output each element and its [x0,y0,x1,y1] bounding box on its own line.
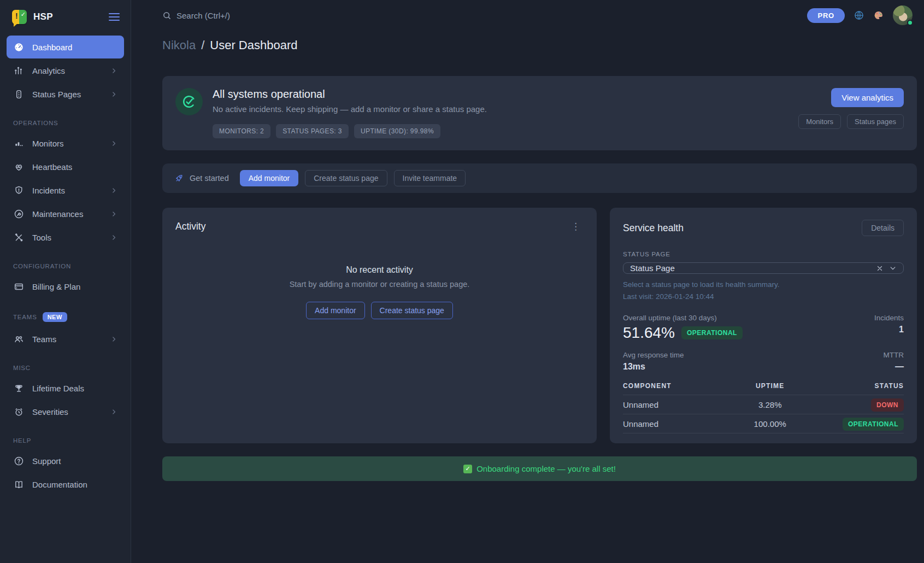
service-health-title: Service health [623,222,684,234]
get-started-bar: Get started Add monitor Create status pa… [162,163,917,193]
hero-actions: View analytics Monitors Status pages [798,88,904,138]
hero-stats: MONITORS: 2 STATUS PAGES: 3 UPTIME (30D)… [213,124,487,138]
last-visit-text: Last visit: 2026-01-24 10:44 [623,292,904,301]
sidebar-header: ! ✓ HSP [0,0,131,32]
users-icon [13,333,24,344]
chevron-right-icon [110,210,117,218]
bar-chart-icon [13,65,24,76]
pro-badge[interactable]: PRO [807,8,845,23]
sidebar-item-maintenances[interactable]: Maintenances [7,202,124,225]
empty-add-monitor-button[interactable]: Add monitor [306,302,364,319]
sidebar-item-analytics[interactable]: Analytics [7,59,124,82]
hero-text-block: All systems operational No active incide… [213,88,487,138]
hero-subtitle: No active incidents. Keep shipping — add… [213,104,487,114]
brand-name: HSP [33,11,53,22]
sidebar-item-label: Status Pages [32,90,81,99]
sidebar-item-heartbeats[interactable]: Heartbeats [7,155,124,178]
sidebar-item-label: Monitors [32,139,64,148]
chevron-right-icon [110,91,117,98]
sidebar-section-configuration: CONFIGURATION [0,263,131,269]
empty-state-subtitle: Start by adding a monitor or creating a … [175,280,584,289]
alarm-clock-icon [13,406,24,417]
onboarding-message: Onboarding complete — you're all set! [476,464,616,473]
sidebar-item-label: Analytics [32,66,65,75]
search-placeholder: Search (Ctrl+/) [176,11,230,20]
component-uptime: 100.00% [726,419,815,429]
sidebar-item-teams[interactable]: Teams [7,327,124,350]
component-status-badge: DOWN [871,398,904,412]
brand-logo-icon: ! ✓ [12,10,27,24]
chevron-right-icon [110,140,117,147]
empty-state-title: No recent activity [175,265,584,275]
chevron-right-icon [110,336,117,343]
table-row[interactable]: Unnamed 3.28% DOWN [623,395,904,414]
clear-selection-icon[interactable] [876,265,884,272]
sidebar-section-help: HELP [0,437,131,444]
details-button[interactable]: Details [862,220,904,236]
get-started-label: Get started [174,173,229,183]
sidebar-item-label: Billing & Plan [32,282,80,291]
main-content: Search (Ctrl+/) PRO Nikola / User Dashbo… [131,0,924,563]
sidebar-item-label: Tools [32,233,51,242]
breadcrumb-parent-link[interactable]: Nikola [162,38,196,52]
sidebar-section-teams: TEAMS NEW [0,312,131,322]
sidebar-item-monitors[interactable]: Monitors [7,132,124,155]
sidebar-item-billing[interactable]: Billing & Plan [7,275,124,298]
sidebar-item-label: Support [32,456,61,466]
sidebar-item-lifetime-deals[interactable]: Lifetime Deals [7,377,124,400]
sidebar-item-tools[interactable]: Tools [7,226,124,249]
status-badge: OPERATIONAL [681,326,743,339]
sidebar-item-dashboard[interactable]: Dashboard [7,36,124,58]
search-input[interactable]: Search (Ctrl+/) [162,11,230,20]
status-pages-button[interactable]: Status pages [847,114,904,129]
view-analytics-button[interactable]: View analytics [831,88,904,107]
user-avatar[interactable] [893,5,913,25]
question-circle-icon [13,455,24,466]
online-status-dot [907,20,913,26]
activity-card: Activity ⋮ No recent activity Start by a… [162,208,597,443]
traffic-light-icon [13,89,24,99]
add-monitor-button[interactable]: Add monitor [240,170,298,186]
topbar-right: PRO [807,5,917,25]
sidebar: ! ✓ HSP Dashboard Analytics [0,0,131,563]
rocket-icon [174,173,184,183]
uptime-badge: UPTIME (30D): 99.98% [354,124,440,138]
sidebar-item-documentation[interactable]: Documentation [7,473,124,496]
sidebar-item-support[interactable]: Support [7,449,124,472]
hamburger-menu-icon[interactable] [109,13,120,21]
onboarding-banner: ✓ Onboarding complete — you're all set! [162,456,917,481]
globe-icon[interactable] [854,10,864,21]
book-icon [13,479,24,490]
sidebar-item-label: Incidents [32,186,65,195]
invite-teammate-button[interactable]: Invite teammate [394,170,466,186]
table-row[interactable]: Unnamed 100.00% OPERATIONAL [623,414,904,433]
status-page-select[interactable]: Status Page [623,262,904,274]
uptime-value: 51.64% [623,324,675,342]
create-status-page-button[interactable]: Create status page [305,170,387,186]
component-status-badge: OPERATIONAL [843,418,904,431]
sidebar-item-severities[interactable]: Severities [7,400,124,423]
activity-title: Activity [175,221,205,232]
palette-icon[interactable] [873,10,884,21]
empty-create-status-page-button[interactable]: Create status page [371,302,453,319]
sidebar-item-incidents[interactable]: Incidents [7,179,124,202]
app-window: ! ✓ HSP Dashboard Analytics [0,0,924,563]
column-header-status: STATUS [815,382,904,390]
kebab-menu-icon[interactable]: ⋮ [568,220,584,233]
new-badge: NEW [43,312,67,322]
hero-title: All systems operational [213,88,487,101]
select-helper-text: Select a status page to load its health … [623,280,904,289]
mttr-stat: MTTR — [884,351,904,372]
sidebar-item-label: Teams [32,335,56,344]
service-health-card: Service health Details STATUS PAGE Statu… [610,208,917,443]
check-circle-icon [175,88,203,115]
system-status-card: All systems operational No active incide… [162,76,917,150]
monitors-button[interactable]: Monitors [798,114,841,129]
activity-empty-state: No recent activity Start by adding a mon… [175,265,584,319]
sidebar-section-misc: MISC [0,365,131,371]
sidebar-item-status-pages[interactable]: Status Pages [7,83,124,105]
component-name: Unnamed [623,419,726,429]
tools-icon [13,232,24,243]
component-name: Unnamed [623,400,726,409]
incidents-label: Incidents [874,314,904,322]
